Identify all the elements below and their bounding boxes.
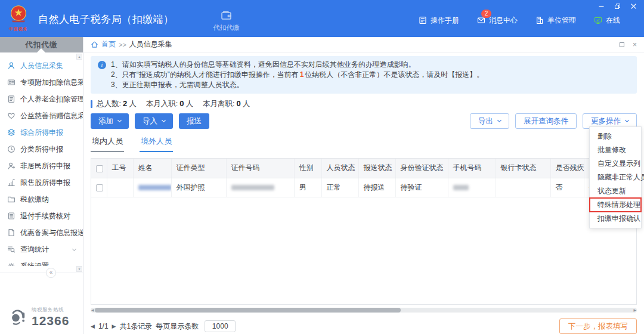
receipt-icon [7, 212, 16, 220]
sidebar: 代扣代缴 人员信息采集专项附加扣除信息采集个人养老金扣除管理公益慈善捐赠信息采集… [0, 37, 83, 334]
breadcrumb-current: 人员信息采集 [129, 39, 172, 50]
more-actions-menu: 删除批量修改自定义显示列隐藏非正常人员状态更新特殊情形处理扣缴申报确认 [589, 126, 642, 228]
stat-unit: 人 [185, 100, 193, 108]
table-cell: 男 [294, 178, 321, 197]
sidebar-item-system-settings[interactable]: 系统设置 [0, 258, 83, 266]
scroll-right-icon[interactable]: ▶ [633, 308, 636, 313]
panel-controls: × [620, 42, 637, 48]
header-link-message[interactable]: 消息中心2 [477, 16, 518, 26]
table-cell: 待验证 [395, 178, 448, 197]
restore-icon[interactable] [614, 3, 621, 10]
header-link-org[interactable]: 单位管理 [535, 16, 576, 26]
hotline-label: 纳税服务热线 [32, 307, 69, 314]
chevron-down-icon [625, 117, 629, 122]
page-size-label: 每页显示条数 [156, 321, 199, 332]
panel-close-icon[interactable]: × [633, 42, 637, 48]
file-icon [7, 228, 16, 237]
expand-query-button[interactable]: 展开查询条件 [515, 113, 577, 129]
panel-maximize-icon[interactable] [620, 42, 624, 47]
personnel-table-container: 工号姓名证件类型证件号码性别人员状态报送状态身份验证状态手机号码银行卡状态是否残… [91, 158, 637, 305]
stat-left: 本月离职:0人 [203, 99, 250, 109]
sidebar-item-label: 非居民所得申报 [20, 161, 70, 171]
next-step-button[interactable]: 下一步，报表填写 [559, 318, 637, 334]
search-list-icon [7, 245, 16, 253]
building-icon [535, 16, 544, 24]
horizontal-scrollbar: ◀ ▶ [91, 308, 637, 313]
sidebar-item-comprehensive-income[interactable]: 综合所得申报 [0, 124, 83, 141]
nav-tab-withholding[interactable]: 代扣代缴 [213, 10, 240, 32]
sidebar-item-label: 综合所得申报 [20, 128, 63, 138]
tab-overseas[interactable]: 境外人员 [140, 136, 173, 152]
menu-item-withholding-confirm[interactable]: 扣缴申报确认 [590, 212, 641, 225]
next-page-button[interactable]: ▶ [112, 323, 116, 329]
sidebar-item-preferential-filing[interactable]: 优惠备案与信息报送 [0, 224, 83, 241]
chevron-down-icon [117, 117, 122, 122]
breadcrumb-home[interactable]: 首页 [101, 39, 116, 50]
stats-accent-bar [91, 100, 92, 108]
sidebar-item-label: 税款缴纳 [20, 194, 49, 205]
prev-page-button[interactable]: ◀ [91, 323, 95, 329]
notice-line-1: 1、请如实填写纳税人的身份信息等基础资料，避免因信息不实对后续其他业务的办理造成… [111, 60, 630, 70]
sidebar-item-query-stats[interactable]: 查询统计 [0, 241, 83, 258]
redacted-phone [453, 185, 469, 190]
scroll-left-icon[interactable]: ◀ [91, 308, 94, 313]
add-button[interactable]: 添加 [91, 113, 129, 129]
record-count: 共1条记录 [120, 321, 153, 332]
scrollbar-thumb[interactable] [95, 308, 401, 313]
redacted-id [231, 185, 274, 190]
submit-button[interactable]: 报送 [179, 113, 209, 129]
sidebar-item-classified-income[interactable]: 分类所得申报 [0, 141, 83, 157]
sidebar-notch [37, 48, 45, 52]
notice-banner: i 1、请如实填写纳税人的身份信息等基础资料，避免因信息不实对后续其他业务的办理… [91, 56, 637, 94]
sidebar-item-refund-fee-check[interactable]: 退付手续费核对 [0, 208, 83, 224]
menu-item-status-update[interactable]: 状态更新 [590, 184, 641, 198]
id-card-icon [7, 78, 16, 86]
menu-item-hide-abnormal[interactable]: 隐藏非正常人员 [590, 171, 641, 184]
wallet-icon [221, 10, 232, 21]
redacted-name [138, 185, 172, 190]
person-alt-icon [7, 162, 16, 170]
app-header: 中国税务 自然人电子税务局（扣缴端） 代扣代缴 操作手册消息中心2单位管理在线 [0, 0, 644, 37]
manual-icon [419, 16, 427, 24]
menu-item-customize-columns[interactable]: 自定义显示列 [590, 157, 641, 171]
table-cell [107, 178, 133, 197]
sidebar-scroll-up-icon[interactable]: ▲ [76, 54, 82, 60]
header-link-label: 操作手册 [431, 16, 459, 26]
export-button[interactable]: 导出 [470, 113, 509, 129]
header-link-online[interactable]: 在线 [594, 16, 620, 26]
sidebar-item-charity-donation[interactable]: 公益慈善捐赠信息采集 [0, 107, 83, 124]
menu-item-batch-edit[interactable]: 批量修改 [590, 143, 641, 157]
menu-item-delete[interactable]: 删除 [590, 129, 641, 143]
layers-icon [7, 128, 16, 137]
sidebar-item-pension-deduction[interactable]: 个人养老金扣除管理 [0, 91, 83, 107]
stat-value: 0 [234, 99, 242, 108]
tab-domestic[interactable]: 境内人员 [91, 136, 124, 152]
minimize-icon[interactable] [598, 3, 605, 10]
sidebar-item-nonresident-income[interactable]: 非居民所得申报 [0, 157, 83, 174]
sidebar-collapse-button[interactable]: « [46, 268, 56, 278]
stat-label: 本月入职: [146, 100, 178, 108]
sidebar-menu: 人员信息采集专项附加扣除信息采集个人养老金扣除管理公益慈善捐赠信息采集综合所得申… [0, 52, 83, 266]
sidebar-item-special-deduction[interactable]: 专项附加扣除信息采集 [0, 74, 83, 91]
column-header: 报送状态 [358, 159, 395, 178]
online-icon [594, 16, 602, 24]
header-link-manual[interactable]: 操作手册 [419, 16, 459, 26]
table-cell [226, 178, 294, 197]
select-all-checkbox[interactable] [96, 165, 103, 172]
sidebar-item-personnel-info[interactable]: 人员信息采集 [0, 57, 83, 74]
row-checkbox[interactable] [96, 184, 103, 191]
sidebar-item-label: 专项附加扣除信息采集 [20, 78, 83, 88]
chevron-down-icon [72, 247, 76, 251]
stat-value: 0 [178, 99, 185, 108]
sidebar-item-tax-payment[interactable]: 税款缴纳 [0, 191, 83, 208]
table-cell [496, 178, 550, 197]
column-header: 手机号码 [448, 159, 496, 178]
toolbar: 添加导入报送 导出展开查询条件更多操作 [91, 113, 637, 129]
sidebar-item-restricted-shares[interactable]: 限售股所得申报 [0, 174, 83, 191]
menu-item-special-cases[interactable]: 特殊情形处理 [590, 198, 641, 212]
stat-label: 本月离职: [203, 100, 234, 108]
page-size-input[interactable] [205, 320, 236, 332]
close-icon[interactable] [630, 3, 637, 10]
sidebar-scroll-down-icon[interactable]: ▼ [76, 266, 82, 272]
import-button[interactable]: 导入 [135, 113, 173, 129]
